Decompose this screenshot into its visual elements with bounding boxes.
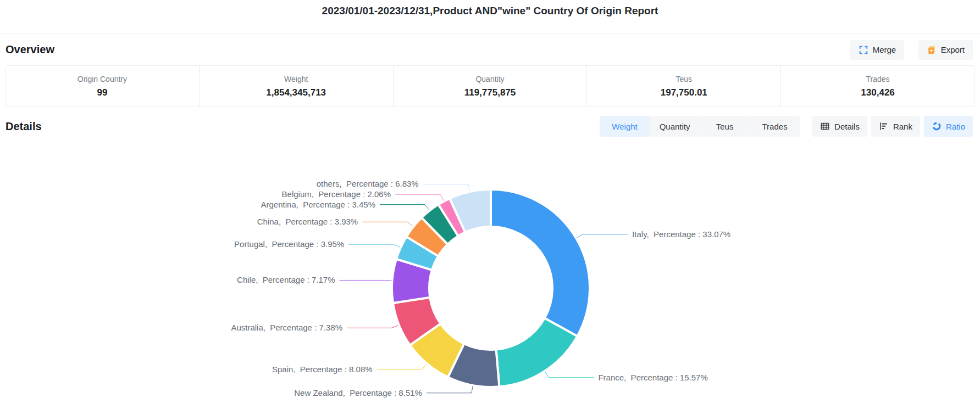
pie-leader-line-chile	[340, 280, 392, 281]
stat-value: 1,854,345,713	[266, 87, 326, 98]
export-icon	[927, 45, 937, 55]
stat-value: 130,426	[861, 87, 894, 98]
pie-leader-line-spain	[377, 364, 427, 369]
view-button-label: Ratio	[946, 122, 965, 131]
view-button-label: Rank	[893, 122, 912, 131]
details-controls: WeightQuantityTeusTrades DetailsRankRati…	[600, 116, 973, 137]
stat-trades: Trades130,426	[780, 66, 975, 107]
pie-label-australia: Australia, Percentage : 7.38%	[231, 322, 342, 333]
stat-label: Quantity	[475, 75, 504, 83]
pie-leader-line-argentina	[380, 205, 429, 210]
pie-leader-line-portugal	[348, 244, 400, 247]
donut-icon	[932, 121, 942, 131]
export-button-label: Export	[941, 45, 965, 54]
pie-label-china: China, Percentage : 3.93%	[257, 216, 358, 227]
pie-label-portugal: Portugal, Percentage : 3.95%	[234, 239, 344, 250]
stat-label: Teus	[676, 75, 693, 83]
pie-label-new-zealand: New Zealand, Percentage : 8.51%	[294, 388, 422, 399]
stat-weight: Weight1,854,345,713	[199, 66, 393, 107]
export-button[interactable]: Export	[918, 40, 973, 60]
pie-leader-line-australia	[347, 325, 398, 328]
rank-icon	[879, 121, 889, 131]
pie-leader-line-new-zealand	[427, 386, 473, 393]
stat-value: 99	[97, 87, 107, 98]
details-heading: Details	[5, 120, 42, 133]
merge-button[interactable]: Merge	[850, 40, 905, 60]
country-ratio-donut-chart: Italy, Percentage : 33.07%France, Percen…	[0, 138, 980, 408]
ratio-view-button[interactable]: Ratio	[924, 116, 973, 137]
pie-leader-line-belgium	[395, 194, 444, 200]
merge-button-label: Merge	[873, 45, 896, 54]
view-button-group: DetailsRankRatio	[812, 116, 973, 137]
pie-label-chile: Chile, Percentage : 7.17%	[237, 274, 335, 285]
stat-origin-country: Origin Country99	[5, 66, 199, 107]
pie-leader-line-china	[362, 222, 413, 226]
details-section-header: Details WeightQuantityTeusTrades Details…	[0, 114, 980, 138]
pie-slice-italy[interactable]	[491, 189, 590, 336]
page-title: 2023/01/01-2023/12/31,Product AND"wine" …	[0, 0, 980, 34]
tab-quantity[interactable]: Quantity	[650, 116, 700, 137]
pie-label-france: France, Percentage : 15.57%	[598, 372, 707, 383]
stat-teus: Teus197,750.01	[586, 66, 780, 107]
merge-icon	[859, 45, 868, 55]
donut-chart-canvas	[0, 138, 980, 408]
tab-weight[interactable]: Weight	[600, 116, 650, 137]
overview-section-header: Overview Merge Export	[0, 34, 980, 65]
table-icon	[820, 121, 830, 131]
pie-label-spain: Spain, Percentage : 8.08%	[272, 364, 373, 375]
metric-tab-group: WeightQuantityTeusTrades	[600, 116, 800, 137]
stat-value: 119,775,875	[464, 87, 516, 98]
pie-slice-france[interactable]	[496, 318, 578, 386]
stat-label: Origin Country	[77, 75, 127, 83]
stats-card: Origin Country99Weight1,854,345,713Quant…	[5, 65, 975, 107]
overview-heading: Overview	[5, 43, 54, 56]
pie-label-belgium: Belgium, Percentage : 2.06%	[282, 189, 391, 200]
pie-leader-line-italy	[577, 234, 628, 238]
pie-leader-line-france	[545, 372, 594, 378]
tab-teus[interactable]: Teus	[700, 116, 750, 137]
stat-label: Trades	[866, 75, 890, 83]
stat-value: 197,750.01	[661, 87, 707, 98]
pie-label-italy: Italy, Percentage : 33.07%	[632, 229, 730, 240]
rank-view-button[interactable]: Rank	[871, 116, 920, 137]
pie-leader-line-others	[423, 184, 470, 191]
stat-quantity: Quantity119,775,875	[393, 66, 587, 107]
pie-label-others: others, Percentage : 6.83%	[317, 178, 419, 189]
overview-actions: Merge Export	[850, 40, 973, 60]
tab-trades[interactable]: Trades	[750, 116, 800, 137]
pie-label-argentina: Argentina, Percentage : 3.45%	[261, 199, 375, 210]
view-button-label: Details	[834, 122, 860, 131]
stat-label: Weight	[284, 75, 308, 83]
details-view-button[interactable]: Details	[812, 116, 867, 137]
